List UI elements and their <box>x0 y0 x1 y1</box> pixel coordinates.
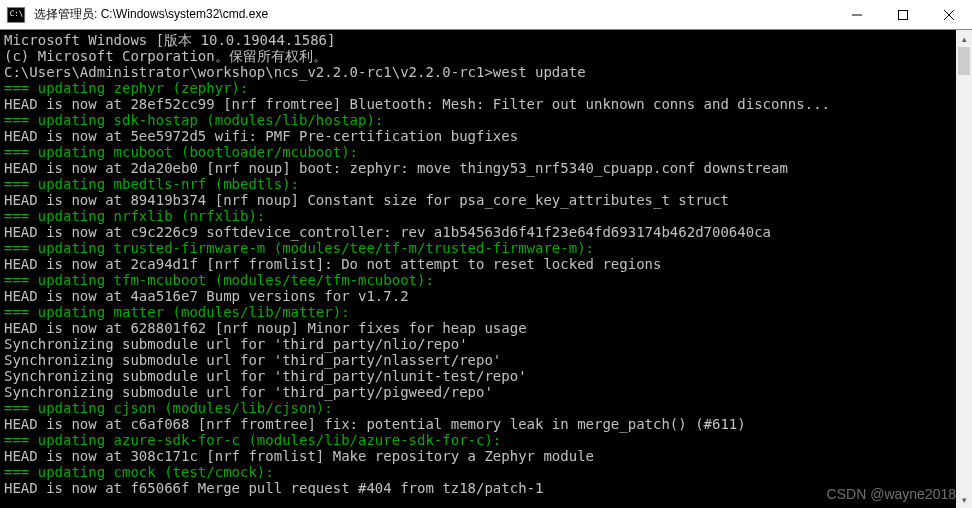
terminal-line: (c) Microsoft Corporation。保留所有权利。 <box>4 48 968 64</box>
terminal-line: HEAD is now at 5ee5972d5 wifi: PMF Pre-c… <box>4 128 968 144</box>
terminal-line: HEAD is now at 89419b374 [nrf noup] Cons… <box>4 192 968 208</box>
terminal-line: C:\Users\Administrator\workshop\ncs_v2.2… <box>4 64 968 80</box>
terminal-line: HEAD is now at 2da20eb0 [nrf noup] boot:… <box>4 160 968 176</box>
scroll-up-arrow[interactable]: ▴ <box>956 30 972 47</box>
vertical-scrollbar[interactable]: ▴ ▾ <box>956 30 972 508</box>
scroll-thumb[interactable] <box>958 47 970 75</box>
terminal-line: Synchronizing submodule url for 'third_p… <box>4 384 968 400</box>
terminal-line: === updating sdk-hostap (modules/lib/hos… <box>4 112 968 128</box>
terminal-line: === updating tfm-mcuboot (modules/tee/tf… <box>4 272 968 288</box>
minimize-button[interactable] <box>834 0 880 29</box>
terminal-line: === updating mbedtls-nrf (mbedtls): <box>4 176 968 192</box>
terminal-line: HEAD is now at 28ef52cc99 [nrf fromtree]… <box>4 96 968 112</box>
terminal-line: Synchronizing submodule url for 'third_p… <box>4 352 968 368</box>
terminal-line: HEAD is now at c6af068 [nrf fromtree] fi… <box>4 416 968 432</box>
window-controls <box>834 0 972 29</box>
terminal-line: === updating cjson (modules/lib/cjson): <box>4 400 968 416</box>
terminal-line: Synchronizing submodule url for 'third_p… <box>4 336 968 352</box>
terminal-line: === updating nrfxlib (nrfxlib): <box>4 208 968 224</box>
terminal-line: === updating cmock (test/cmock): <box>4 464 968 480</box>
maximize-button[interactable] <box>880 0 926 29</box>
terminal-line: === updating mcuboot (bootloader/mcuboot… <box>4 144 968 160</box>
watermark: CSDN @wayne2018 <box>827 486 956 502</box>
terminal-line: HEAD is now at 308c171c [nrf fromlist] M… <box>4 448 968 464</box>
close-button[interactable] <box>926 0 972 29</box>
window-title: 选择管理员: C:\Windows\system32\cmd.exe <box>32 6 834 23</box>
svg-text:C:\: C:\ <box>10 9 24 18</box>
terminal-line: === updating matter (modules/lib/matter)… <box>4 304 968 320</box>
window-titlebar: C:\ 选择管理员: C:\Windows\system32\cmd.exe <box>0 0 972 30</box>
terminal-line: === updating trusted-firmware-m (modules… <box>4 240 968 256</box>
terminal-line: HEAD is now at 2ca94d1f [nrf fromlist]: … <box>4 256 968 272</box>
svg-rect-3 <box>899 10 908 19</box>
terminal-line: HEAD is now at c9c226c9 softdevice_contr… <box>4 224 968 240</box>
scroll-down-arrow[interactable]: ▾ <box>956 491 972 508</box>
cmd-icon: C:\ <box>6 5 26 25</box>
terminal-line: HEAD is now at f65066f Merge pull reques… <box>4 480 968 496</box>
terminal-line: === updating azure-sdk-for-c (modules/li… <box>4 432 968 448</box>
terminal-line: === updating zephyr (zephyr): <box>4 80 968 96</box>
terminal-line: Synchronizing submodule url for 'third_p… <box>4 368 968 384</box>
terminal-line: HEAD is now at 4aa516e7 Bump versions fo… <box>4 288 968 304</box>
terminal-output[interactable]: Microsoft Windows [版本 10.0.19044.1586](c… <box>0 30 972 508</box>
terminal-line: Microsoft Windows [版本 10.0.19044.1586] <box>4 32 968 48</box>
terminal-line: HEAD is now at 628801f62 [nrf noup] Mino… <box>4 320 968 336</box>
